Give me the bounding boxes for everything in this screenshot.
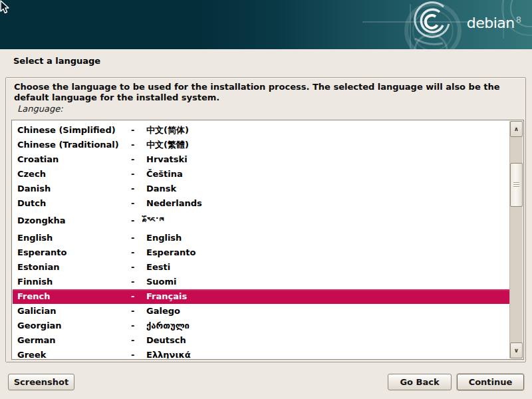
main-content-frame: Choose the language to be used for the i… [5, 77, 526, 362]
scrollbar-thumb[interactable] [510, 163, 523, 207]
chevron-up-icon: ∧ [514, 126, 519, 132]
language-listbox[interactable]: Chinese (Simplified) - 中文(简体) Chinese (T… [11, 120, 524, 360]
language-separator: - [131, 319, 146, 333]
language-native: རྫོང་ཁ [146, 211, 509, 231]
list-item[interactable]: Estonian - Eesti [13, 260, 509, 275]
list-item[interactable]: Czech - Čeština [13, 167, 509, 182]
screenshot-button[interactable]: Screenshot [8, 374, 74, 390]
language-list-rows: Chinese (Simplified) - 中文(简体) Chinese (T… [13, 121, 509, 358]
page-title: Select a language [13, 56, 100, 66]
language-native: 中文(简体) [146, 123, 509, 138]
language-name: German [17, 333, 131, 348]
scroll-down-button[interactable]: ∨ [510, 342, 523, 358]
language-separator: - [131, 275, 146, 289]
instruction-text: Choose the language to be used for the i… [14, 82, 521, 103]
list-item[interactable]: Galician - Galego [13, 304, 509, 319]
debian-brand-text: debian [467, 15, 515, 31]
scroll-up-button[interactable]: ∧ [510, 121, 523, 137]
list-item[interactable]: Croatian - Hrvatski [13, 152, 509, 167]
language-name: Finnish [17, 275, 131, 289]
list-item[interactable]: Georgian - ქართული [13, 319, 509, 333]
scrollbar-grip-icon [513, 182, 519, 188]
list-item[interactable]: German - Deutsch [13, 333, 509, 348]
continue-button[interactable]: Continue [457, 374, 524, 390]
debian-swirl-icon [0, 0, 532, 49]
language-name: Dutch [17, 196, 131, 211]
language-name: English [17, 231, 131, 245]
language-native: Français [146, 289, 509, 304]
language-separator: - [131, 304, 146, 319]
language-native: Nederlands [146, 196, 509, 211]
mouse-cursor-icon [0, 0, 11, 15]
language-name: Chinese (Traditional) [17, 138, 131, 152]
language-name: French [17, 289, 131, 304]
language-native: Čeština [146, 167, 509, 182]
language-name: Croatian [17, 152, 131, 167]
chevron-down-icon: ∨ [514, 347, 519, 354]
language-native: Esperanto [146, 245, 509, 260]
language-separator: - [131, 211, 146, 231]
list-item[interactable]: Dzongkha - རྫོང་ཁ [13, 211, 509, 231]
language-native: Eesti [146, 260, 509, 275]
language-native: Hrvatski [146, 152, 509, 167]
language-native: ქართული [146, 319, 509, 333]
language-separator: - [131, 289, 146, 304]
list-item[interactable]: Chinese (Traditional) - 中文(繁體) [13, 138, 509, 152]
debian-version-text: 8 [516, 15, 521, 25]
list-item[interactable]: French - Français [13, 289, 509, 304]
language-native: English [146, 231, 509, 245]
language-name: Esperanto [17, 245, 131, 260]
language-separator: - [131, 152, 146, 167]
list-item[interactable]: Esperanto - Esperanto [13, 245, 509, 260]
list-item[interactable]: Danish - Dansk [13, 182, 509, 196]
list-item[interactable]: Dutch - Nederlands [13, 196, 509, 211]
language-name: Chinese (Simplified) [17, 123, 131, 138]
go-back-button[interactable]: Go Back [388, 374, 452, 390]
language-native: Ελληνικά [146, 348, 509, 358]
language-separator: - [131, 333, 146, 348]
list-item[interactable]: Finnish - Suomi [13, 275, 509, 289]
language-separator: - [131, 182, 146, 196]
language-name: Greek [17, 348, 131, 358]
vertical-scrollbar[interactable]: ∧ ∨ [509, 121, 523, 358]
language-separator: - [131, 348, 146, 358]
language-native: Deutsch [146, 333, 509, 348]
header-banner: debian8 [0, 0, 532, 49]
language-native: Suomi [146, 275, 509, 289]
list-item[interactable]: Greek - Ελληνικά [13, 348, 509, 358]
language-native: Galego [146, 304, 509, 319]
debian-logo: debian8 [467, 15, 521, 31]
language-native: Dansk [146, 182, 509, 196]
language-name: Czech [17, 167, 131, 182]
language-name: Galician [17, 304, 131, 319]
language-name: Dzongkha [17, 211, 131, 231]
list-item[interactable]: English - English [13, 231, 509, 245]
language-separator: - [131, 167, 146, 182]
language-name: Georgian [17, 319, 131, 333]
list-item[interactable]: Chinese (Simplified) - 中文(简体) [13, 123, 509, 138]
language-name: Estonian [17, 260, 131, 275]
language-separator: - [131, 138, 146, 152]
language-separator: - [131, 231, 146, 245]
language-separator: - [131, 260, 146, 275]
language-separator: - [131, 196, 146, 211]
language-separator: - [131, 123, 146, 138]
language-native: 中文(繁體) [146, 138, 509, 152]
language-label: Language: [17, 104, 63, 114]
language-separator: - [131, 245, 146, 260]
language-name: Danish [17, 182, 131, 196]
